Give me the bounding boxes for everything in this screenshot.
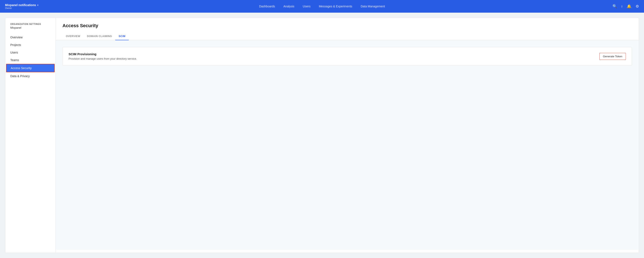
tab-domain-claiming[interactable]: DOMAIN CLAIMING: [84, 33, 115, 40]
sidebar-item-projects[interactable]: Projects: [5, 41, 56, 49]
tab-scim[interactable]: SCIM: [115, 33, 129, 40]
scim-card-info: SCIM Provisioning Provision and manage u…: [68, 52, 137, 60]
nav-users[interactable]: Users: [303, 5, 311, 8]
tab-overview[interactable]: OVERVIEW: [62, 33, 84, 40]
gear-icon[interactable]: ⚙: [636, 4, 639, 9]
brand-subtitle: Owner: [5, 7, 43, 9]
sidebar: ORGANIZATION SETTINGS Mixpanel Overview …: [5, 18, 56, 253]
chevron-down-icon: ▾: [37, 4, 38, 6]
search-icon[interactable]: 🔍: [612, 4, 617, 9]
brand-title-text: Mixpanel notifications: [5, 3, 36, 7]
tabs: OVERVIEW DOMAIN CLAIMING SCIM: [62, 33, 632, 40]
sidebar-item-users[interactable]: Users: [5, 49, 56, 56]
sidebar-item-teams[interactable]: Teams: [5, 56, 56, 64]
sidebar-item-overview[interactable]: Overview: [5, 34, 56, 41]
scim-card-title: SCIM Provisioning: [68, 52, 137, 56]
org-settings-label: ORGANIZATION SETTINGS: [5, 23, 56, 25]
nav-data-management[interactable]: Data Management: [361, 5, 385, 8]
content-area: Access Security OVERVIEW DOMAIN CLAIMING…: [56, 18, 639, 253]
nav-dashboards[interactable]: Dashboards: [259, 5, 275, 8]
generate-token-button[interactable]: Generate Token: [600, 53, 626, 60]
nav-links: Dashboards Analysis Users Messages & Exp…: [259, 5, 385, 8]
grid-icon[interactable]: ≀: [621, 5, 622, 9]
org-name: Mixpanel: [5, 26, 56, 29]
content-header: Access Security OVERVIEW DOMAIN CLAIMING…: [56, 18, 639, 40]
nav-brand-title: Mixpanel notifications ▾: [5, 3, 43, 7]
nav-brand[interactable]: Mixpanel notifications ▾ Owner: [5, 3, 43, 9]
sidebar-item-data-privacy[interactable]: Data & Privacy: [5, 72, 56, 80]
scim-card-description: Provision and manage users from your dir…: [68, 57, 137, 60]
nav-actions: 🔍 ≀ 🔔 ⚙: [612, 4, 639, 9]
nav-messages-experiments[interactable]: Messages & Experiments: [319, 5, 352, 8]
scim-provisioning-card: SCIM Provisioning Provision and manage u…: [62, 47, 632, 66]
nav-analysis[interactable]: Analysis: [283, 5, 294, 8]
top-nav: Mixpanel notifications ▾ Owner Dashboard…: [0, 0, 644, 13]
sidebar-item-access-security[interactable]: Access Security: [6, 64, 55, 72]
main-layout: ORGANIZATION SETTINGS Mixpanel Overview …: [0, 13, 644, 258]
page-title: Access Security: [62, 23, 632, 29]
bell-icon[interactable]: 🔔: [627, 4, 632, 9]
content-body: SCIM Provisioning Provision and manage u…: [56, 40, 639, 250]
